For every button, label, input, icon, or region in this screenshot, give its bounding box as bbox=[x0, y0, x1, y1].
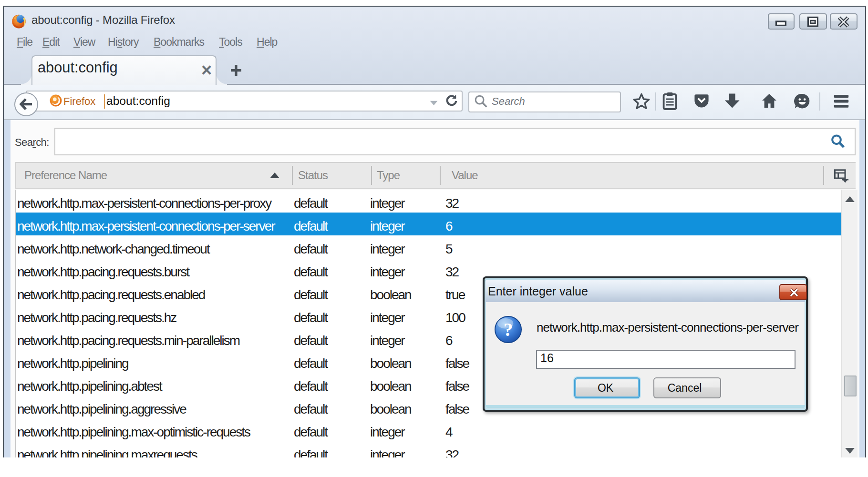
svg-text:?: ? bbox=[504, 319, 513, 340]
